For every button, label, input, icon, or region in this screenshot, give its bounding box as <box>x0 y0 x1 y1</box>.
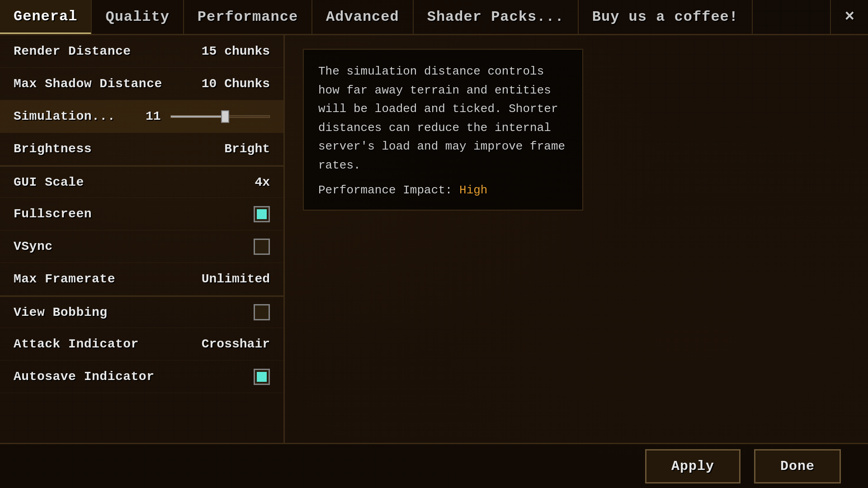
info-performance: Performance Impact: High <box>318 183 568 197</box>
tab-shader-packs-label: Shader Packs... <box>427 9 564 25</box>
setting-row-brightness[interactable]: Brightness Bright <box>0 133 283 165</box>
setting-row-autosave-indicator[interactable]: Autosave Indicator <box>0 361 283 393</box>
vsync-checkbox[interactable] <box>254 239 270 255</box>
settings-panel: Render Distance 15 chunks Max Shadow Dis… <box>0 35 868 443</box>
attack-indicator-label: Attack Indicator <box>14 337 139 351</box>
info-box: The simulation distance controls how far… <box>303 49 583 211</box>
setting-row-fullscreen[interactable]: Fullscreen <box>0 198 283 230</box>
tab-quality[interactable]: Quality <box>92 0 184 34</box>
setting-row-vsync[interactable]: VSync <box>0 230 283 263</box>
vsync-label: VSync <box>14 239 53 253</box>
tab-shader-packs[interactable]: Shader Packs... <box>414 0 579 34</box>
fullscreen-checkbox[interactable] <box>254 206 270 222</box>
fullscreen-label: Fullscreen <box>14 207 92 221</box>
simulation-slider-thumb[interactable] <box>221 110 229 123</box>
close-icon: × <box>844 8 854 26</box>
simulation-slider-container: 11 <box>146 109 270 123</box>
setting-row-simulation[interactable]: Simulation... 11 <box>0 100 283 133</box>
tab-bar: General Quality Performance Advanced Sha… <box>0 0 868 35</box>
setting-row-attack-indicator[interactable]: Attack Indicator Crosshair <box>0 328 283 361</box>
autosave-indicator-check <box>257 372 267 382</box>
tab-general[interactable]: General <box>0 0 92 34</box>
setting-row-max-framerate[interactable]: Max Framerate Unlimited <box>0 263 283 296</box>
render-distance-label: Render Distance <box>14 44 131 58</box>
autosave-indicator-checkbox[interactable] <box>254 369 270 385</box>
apply-button[interactable]: Apply <box>645 449 741 483</box>
simulation-value: 11 <box>146 109 164 123</box>
settings-list: Render Distance 15 chunks Max Shadow Dis… <box>0 35 285 443</box>
max-framerate-value: Unlimited <box>202 272 270 286</box>
close-button[interactable]: × <box>830 0 868 34</box>
setting-row-gui-scale[interactable]: GUI Scale 4x <box>0 165 283 198</box>
done-button[interactable]: Done <box>754 449 841 483</box>
tab-advanced-label: Advanced <box>326 9 399 25</box>
fullscreen-checkbox-check <box>257 209 267 219</box>
performance-impact-value: High <box>459 183 487 197</box>
tab-coffee[interactable]: Buy us a coffee! <box>579 0 753 34</box>
performance-impact-label: Performance Impact: <box>318 183 459 197</box>
setting-row-render-distance[interactable]: Render Distance 15 chunks <box>0 35 283 68</box>
view-bobbing-checkbox[interactable] <box>254 304 270 320</box>
attack-indicator-value: Crosshair <box>202 337 270 351</box>
tab-performance-label: Performance <box>198 9 298 25</box>
tab-performance[interactable]: Performance <box>184 0 312 34</box>
max-framerate-label: Max Framerate <box>14 272 115 286</box>
info-description: The simulation distance controls how far… <box>318 62 568 175</box>
simulation-label: Simulation... <box>14 109 115 123</box>
simulation-slider-fill <box>171 116 225 117</box>
gui-scale-label: GUI Scale <box>14 175 84 189</box>
render-distance-value: 15 chunks <box>202 44 270 58</box>
tab-coffee-label: Buy us a coffee! <box>592 9 738 25</box>
max-shadow-distance-label: Max Shadow Distance <box>14 77 162 91</box>
autosave-indicator-label: Autosave Indicator <box>14 370 154 384</box>
simulation-slider-track[interactable] <box>170 115 270 118</box>
gui-scale-value: 4x <box>255 175 270 189</box>
tab-quality-label: Quality <box>105 9 169 25</box>
max-shadow-distance-value: 10 Chunks <box>202 77 270 91</box>
settings-window: General Quality Performance Advanced Sha… <box>0 0 868 488</box>
view-bobbing-label: View Bobbing <box>14 305 108 319</box>
info-panel: The simulation distance controls how far… <box>285 35 868 443</box>
brightness-label: Brightness <box>14 142 92 156</box>
tab-general-label: General <box>14 8 77 25</box>
bottom-bar: Apply Done <box>0 443 868 488</box>
setting-row-view-bobbing[interactable]: View Bobbing <box>0 296 283 328</box>
setting-row-max-shadow-distance[interactable]: Max Shadow Distance 10 Chunks <box>0 68 283 100</box>
tab-advanced[interactable]: Advanced <box>312 0 414 34</box>
brightness-value: Bright <box>224 142 270 156</box>
